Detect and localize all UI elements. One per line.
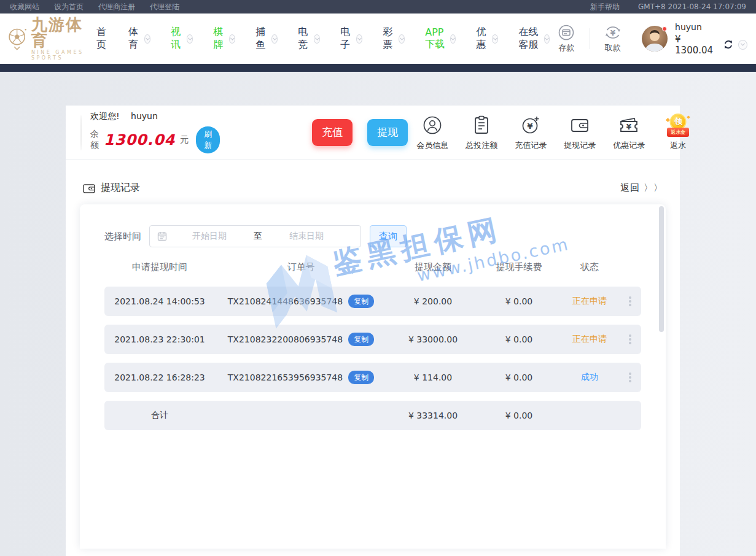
cell-time: 2021.08.23 22:30:01: [104, 334, 215, 344]
chevron-down-icon: [450, 34, 456, 44]
col-header-amount: 提现金额: [387, 261, 479, 273]
deposit-button[interactable]: 存款: [550, 25, 583, 53]
chevron-down-icon: [492, 34, 498, 44]
logo-subtitle: NINE GAMES SPORTS: [31, 50, 96, 61]
table-row: 2021.08.22 16:28:23 TX210822165395693574…: [104, 363, 641, 392]
topbar-links: 收藏网站 设为首页 代理商注册 代理登陆: [10, 2, 179, 12]
cell-order-number: TX2108232200806935748: [228, 334, 343, 344]
member-info-icon: [423, 115, 442, 135]
quick-link-member-info[interactable]: 会员信息: [408, 114, 457, 151]
deposit-card-icon: [558, 25, 574, 41]
start-date-input[interactable]: 开始日期: [173, 231, 246, 242]
cell-order-number: TX2108221653956935748: [228, 373, 343, 382]
withdraw-yuan-icon: ¥: [605, 25, 621, 41]
total-bets-clipboard-icon: [473, 115, 490, 135]
refresh-balance-button[interactable]: 刷新: [196, 126, 220, 153]
row-actions-menu[interactable]: [620, 370, 640, 385]
end-date-input[interactable]: 结束日期: [270, 231, 343, 242]
date-to-label: 至: [246, 231, 270, 242]
status-badge: 正在申请: [559, 334, 620, 345]
header-balance: ¥ 1300.04: [675, 34, 719, 56]
agent-login-link[interactable]: 代理登陆: [150, 2, 179, 12]
nav-item-chess[interactable]: 棋牌: [213, 26, 235, 52]
status-badge: 成功: [559, 372, 620, 383]
withdraw-big-button[interactable]: 提现: [367, 119, 408, 146]
member-avatar-icon: [80, 115, 82, 150]
cell-amount: ¥ 114.00: [387, 373, 479, 382]
copy-button[interactable]: 复制: [348, 371, 374, 384]
col-header-status: 状态: [559, 261, 620, 273]
nav-item-fishing[interactable]: 捕鱼: [255, 26, 278, 52]
nav-item-sports[interactable]: 体育: [128, 26, 150, 52]
nav-item-slots[interactable]: 电子: [340, 26, 362, 52]
recharge-button[interactable]: 充值: [312, 119, 353, 146]
scrollbar[interactable]: [659, 206, 664, 549]
chevron-down-icon: [271, 34, 278, 44]
chevron-down-icon: [229, 34, 235, 44]
rebate-gold-coin-icon: 领 返水金: [666, 114, 690, 137]
favorite-site-link[interactable]: 收藏网站: [10, 2, 39, 12]
site-logo[interactable]: 九游体育 NINE GAMES SPORTS: [6, 17, 96, 61]
logo-title: 九游体育: [31, 17, 96, 48]
main-header: 九游体育 NINE GAMES SPORTS 首页 体育 视讯 棋牌 捕鱼 电竞…: [0, 14, 756, 64]
nav-item-live-casino[interactable]: 视讯: [171, 26, 193, 52]
balance-value: 1300.04: [104, 131, 175, 149]
scrollbar-thumb[interactable]: [659, 206, 664, 332]
panel-username: huyun: [131, 111, 158, 121]
quick-link-promo-records[interactable]: ¥ 优惠记录: [604, 114, 653, 151]
deposit-records-icon: ¥: [521, 115, 540, 135]
withdraw-records-panel: 选择时间 开始日期 至 结束日期: [80, 204, 666, 549]
promo-records-coupon-icon: ¥: [618, 116, 639, 134]
nav-item-home[interactable]: 首页: [96, 26, 108, 52]
row-actions-menu[interactable]: [620, 332, 640, 347]
refresh-balance-icon[interactable]: [723, 39, 733, 50]
total-amount: ¥ 33314.00: [387, 411, 479, 420]
cell-fee: ¥ 0.00: [479, 296, 559, 306]
chevron-down-icon: [544, 34, 550, 44]
copy-button[interactable]: 复制: [348, 333, 374, 346]
copy-button[interactable]: 复制: [348, 295, 374, 308]
search-button[interactable]: 查询: [370, 225, 407, 247]
cell-time: 2021.08.24 14:00:53: [104, 296, 215, 306]
agent-register-link[interactable]: 代理商注册: [98, 2, 135, 12]
welcome-text: 欢迎您!: [90, 111, 120, 121]
chevron-down-icon[interactable]: [738, 40, 747, 50]
divider: [590, 28, 590, 49]
nav-item-lottery[interactable]: 彩票: [383, 26, 405, 52]
main-nav: 首页 体育 视讯 棋牌 捕鱼 电竞 电子 彩票 APP下载 优惠 在线客服: [96, 26, 550, 52]
soccer-ball-icon: [6, 23, 29, 55]
chevron-down-icon: [356, 34, 362, 44]
chevron-down-icon: [399, 34, 405, 44]
quick-link-withdraw-records[interactable]: 提现记录: [555, 114, 604, 151]
double-chevron-icon: 〉〉: [644, 182, 663, 193]
quick-link-total-bets[interactable]: 总投注额: [457, 114, 506, 151]
quick-link-deposit-records[interactable]: ¥ 充值记录: [506, 114, 555, 151]
timezone-clock: GMT+8 2021-08-24 17:07:09: [638, 2, 746, 11]
date-range-picker[interactable]: 开始日期 至 结束日期: [149, 225, 361, 247]
nav-item-promotions[interactable]: 优惠: [476, 26, 498, 52]
date-filter-label: 选择时间: [104, 231, 141, 242]
table-total-row: 合计 ¥ 33314.00 ¥ 0.00: [104, 401, 641, 430]
table-header-row: 申请提现时间 订单号 提现金额 提现手续费 状态: [104, 247, 641, 287]
user-summary-panel: 欢迎您! huyun 余额 1300.04 元 刷新 充值 提现 会员信息: [66, 106, 680, 160]
page-title: 提现记录: [101, 182, 140, 195]
table-row: 2021.08.23 22:30:01 TX210823220080693574…: [104, 325, 641, 354]
quick-link-rebate[interactable]: 领 返水金 返水: [653, 114, 703, 151]
set-homepage-link[interactable]: 设为首页: [54, 2, 84, 12]
nav-item-esports[interactable]: 电竞: [298, 26, 320, 52]
calendar-icon: [157, 231, 167, 241]
nav-item-app-download[interactable]: APP下载: [425, 26, 456, 51]
nav-item-online-service[interactable]: 在线客服: [518, 26, 550, 52]
beginner-help-link[interactable]: 新手帮助: [590, 2, 620, 12]
top-utility-bar: 收藏网站 设为首页 代理商注册 代理登陆 新手帮助 GMT+8 2021-08-…: [0, 0, 756, 14]
account-card: 欢迎您! huyun 余额 1300.04 元 刷新 充值 提现 会员信息: [66, 106, 680, 556]
svg-text:¥: ¥: [626, 123, 632, 131]
withdraw-button[interactable]: ¥ 取款: [596, 25, 629, 53]
chevron-down-icon: [314, 34, 320, 44]
row-actions-menu[interactable]: [620, 294, 640, 309]
user-avatar[interactable]: [642, 26, 668, 52]
back-link[interactable]: 返回 〉〉: [620, 182, 663, 194]
cell-order-number: TX2108241448636935748: [228, 296, 343, 306]
table-row: 2021.08.24 14:00:53 TX210824144863693574…: [104, 287, 641, 316]
cell-fee: ¥ 0.00: [479, 334, 559, 344]
